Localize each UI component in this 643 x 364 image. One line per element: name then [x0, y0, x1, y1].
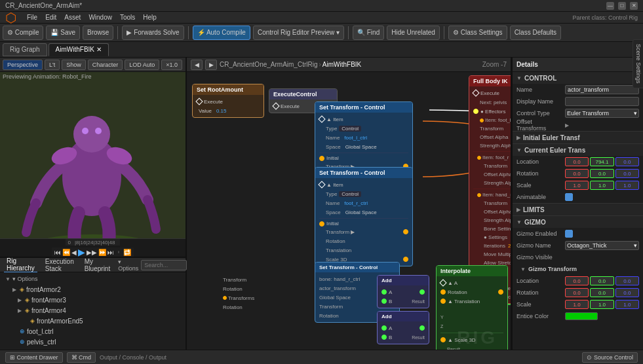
content-drawer-btn[interactable]: ⊞ Content Drawer [5, 352, 63, 363]
display-name-value[interactable] [565, 97, 639, 106]
gizmo-rotation-x[interactable]: 0.0 [565, 288, 589, 297]
section-current-euler: ▼ Current Euler Trans Location 0.0 794.1… [513, 144, 643, 204]
gizmo-name-row: Gizmo Name Octagon_Thick ▾ [513, 240, 643, 251]
control-name-value[interactable]: actor_transform [565, 85, 639, 94]
node-set-root-amount[interactable]: Set RootAmount Execute Value0.15 [192, 84, 264, 118]
compile-button[interactable]: ⚙ Compile [3, 26, 43, 40]
menu-window[interactable]: Window [88, 14, 112, 21]
tree-item-foot-l-ctrl[interactable]: ⊕ foot_l.ctrl [3, 326, 183, 337]
options-btn[interactable]: ▾ Options [118, 259, 138, 272]
maximize-btn[interactable]: □ [618, 2, 626, 10]
tab-aim-with-fbik[interactable]: AimWithFBIK ✕ [49, 43, 109, 56]
lit-btn[interactable]: L't [45, 60, 60, 70]
class-settings-button[interactable]: ⚙ Class Settings [448, 26, 507, 40]
menu-file[interactable]: File [27, 14, 37, 21]
playback-go-end[interactable]: ⏭ [107, 249, 114, 256]
playback-next-frame[interactable]: ▶▶ [87, 249, 97, 256]
node-add-2[interactable]: Add A BResult [377, 311, 429, 344]
show-btn[interactable]: Show [62, 60, 86, 70]
tree-item-frontarmor4[interactable]: ▶ ◈ frontArmor4 [3, 305, 183, 316]
playback-go-start[interactable]: ⏮ [54, 249, 61, 256]
cmd-btn[interactable]: ⌘ Cmd [67, 352, 96, 363]
gizmo-scale-x[interactable]: 1.0 [565, 300, 589, 309]
playback-loop[interactable]: 🔁 [123, 249, 131, 256]
rotation-z[interactable]: 0.0 [615, 169, 639, 178]
section-control-header[interactable]: ▼ CONTROL [513, 72, 643, 84]
find-button[interactable]: 🔍 Find [353, 26, 384, 40]
back-nav-btn[interactable]: ◀ [191, 60, 203, 70]
forward-nav-btn[interactable]: ▶ [205, 60, 217, 70]
menu-help[interactable]: Help [143, 14, 157, 21]
gizmo-rotation-z[interactable]: 0.0 [615, 288, 639, 297]
gizmo-enabled-checkbox[interactable] [565, 230, 573, 238]
location-row: Location 0.0 794.1 0.0 [513, 156, 643, 168]
section-initial-euler-header[interactable]: ▶ Initial Euler Transf [513, 132, 643, 143]
graph-canvas[interactable]: Set RootAmount Execute Value0.15 Execute… [187, 72, 511, 361]
browse-button[interactable]: Browse [83, 26, 113, 40]
perspective-btn[interactable]: Perspective [3, 60, 43, 70]
location-x[interactable]: 0.0 [565, 157, 589, 166]
control-type-select[interactable]: Euler Transform ▾ [565, 109, 639, 118]
section-limits-header[interactable]: ▶ LIMITS [513, 204, 643, 215]
close-btn[interactable]: ✕ [630, 2, 638, 10]
rotation-x[interactable]: 0.0 [565, 169, 589, 178]
tree-item-frontarmor3[interactable]: ▶ ◈ frontArmor3 [3, 295, 183, 305]
section-gizmo-header[interactable]: ▼ GIZMO [513, 216, 643, 228]
hierarchy-search-input[interactable] [141, 260, 187, 270]
window-controls[interactable]: — □ ✕ [606, 2, 638, 10]
toolbar-separator-2 [188, 26, 189, 39]
breadcrumb-root[interactable]: CR_AncientOne_ArmAim_CtrlRig [220, 61, 318, 68]
tree-item-frontarmor2[interactable]: ▶ ◈ frontArmor2 [3, 284, 183, 295]
my-blueprint-tab[interactable]: My Blueprint [82, 258, 113, 272]
tab-rig-graph[interactable]: Rig Graph [3, 43, 47, 56]
scale-x[interactable]: 1.0 [565, 181, 589, 190]
menu-tools[interactable]: Tools [120, 14, 135, 21]
menu-asset[interactable]: Asset [64, 14, 81, 21]
location-y[interactable]: 794.1 [590, 157, 614, 166]
playback-prev-key[interactable]: ⏪ [62, 249, 70, 256]
section-current-euler-header[interactable]: ▼ Current Euler Trans [513, 144, 643, 156]
source-control-btn[interactable]: ⊙ Source Control [582, 352, 638, 363]
section-current-euler-label: Current Euler Trans [524, 147, 585, 154]
gizmo-location-x[interactable]: 0.0 [565, 276, 589, 285]
node-add-1[interactable]: Add A BResult [377, 275, 429, 308]
menu-edit[interactable]: Edit [45, 14, 56, 21]
rig-hierarchy-tab[interactable]: Rig Hierarchy [4, 257, 37, 272]
gizmo-name-select[interactable]: Octagon_Thick ▾ [565, 241, 639, 250]
scale-btn[interactable]: ×1.0 [161, 60, 182, 70]
scale-z[interactable]: 1.0 [615, 181, 639, 190]
execution-stack-tab[interactable]: Execution Stack [43, 258, 77, 272]
gizmo-scale-z[interactable]: 1.0 [615, 300, 639, 309]
rotation-y[interactable]: 0.0 [590, 169, 614, 178]
control-name-label: Name [516, 86, 562, 93]
breadcrumb-sep: › [319, 61, 321, 68]
character-btn[interactable]: Character [88, 60, 123, 70]
preview-button[interactable]: Control Rig Editor Preview ▾ [253, 26, 344, 40]
lod-btn[interactable]: LOD Auto [125, 60, 159, 70]
3d-viewport[interactable]: Previewing Animation: Robot_Fire [0, 72, 185, 257]
rotation-row: Rotation 0.0 0.0 0.0 [513, 168, 643, 179]
playback-prev-frame[interactable]: ◀ [71, 249, 77, 256]
tree-item-frontarmorend5[interactable]: ◈ frontArmorEnd5 [3, 316, 183, 326]
gizmo-scale-y[interactable]: 1.0 [590, 300, 614, 309]
scale-y[interactable]: 1.0 [590, 181, 614, 190]
playback-next-key[interactable]: ⏩ [98, 249, 106, 256]
forwards-solve-button[interactable]: ▶ Forwards Solve [122, 26, 184, 40]
auto-compile-button[interactable]: ⚡ Auto Compile [193, 26, 250, 40]
scene-settings-tab[interactable]: Scene Settings [633, 39, 643, 88]
animatable-checkbox[interactable] [565, 193, 573, 201]
class-defaults-button[interactable]: Class Defaults [510, 26, 561, 40]
node-set-transform-2[interactable]: Set Transform - Control ▲ Item TypeContr… [315, 167, 413, 266]
gizmo-transform-subheader[interactable]: ▼ Gizmo Transform [513, 263, 643, 275]
location-z[interactable]: 0.0 [615, 157, 639, 166]
playback-play[interactable]: ▶ [78, 247, 85, 257]
gizmo-location-y[interactable]: 0.0 [590, 276, 614, 285]
tree-item-pelvis-ctrl[interactable]: ⊕ pelvis_ctrl [3, 337, 183, 347]
gizmo-rotation-y[interactable]: 0.0 [590, 288, 614, 297]
hierarchy-options-row[interactable]: ▼ ▾ Options [3, 274, 183, 284]
entice-color-swatch[interactable] [565, 312, 598, 320]
gizmo-location-z[interactable]: 0.0 [615, 276, 639, 285]
minimize-btn[interactable]: — [606, 2, 614, 10]
hide-unrelated-button[interactable]: Hide Unrelated [387, 26, 440, 40]
save-button[interactable]: 💾 Save [46, 26, 80, 40]
